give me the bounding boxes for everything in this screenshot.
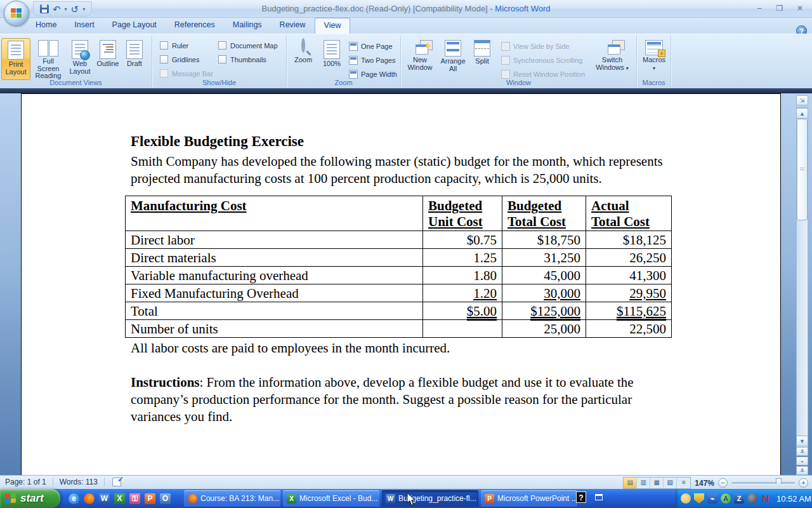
macros-dropdown-icon: ▾ [653,65,655,71]
tab-mailings[interactable]: Mailings [224,18,271,34]
excel-icon[interactable]: X [114,493,125,504]
minimize-button[interactable]: – [752,3,766,13]
shield-icon[interactable] [694,493,704,504]
draft-button[interactable]: Draft [122,38,147,80]
zoom-level[interactable]: 147% [695,479,714,488]
key-icon[interactable]: ⚿ [129,493,140,504]
desktop: ↶ ▾ ↺ ▾ Budgeting_practice-flex.doc (Rea… [0,0,812,508]
ribbon: PrintLayout Full ScreenReading WebLayout… [0,34,812,88]
previous-page-icon[interactable]: ≛ [796,447,808,456]
tab-review[interactable]: Review [271,18,315,34]
view-print-layout-icon[interactable]: ▤ [624,478,637,488]
tab-view[interactable]: View [315,18,351,34]
view-outline-icon[interactable]: ▧ [664,478,677,488]
z-icon[interactable]: Z [734,493,744,504]
header-actual-total-cost: Total Cost [591,214,650,229]
header-budgeted-unit-cost: Unit Cost [428,214,483,229]
draft-icon [126,40,143,59]
taskbar-window-icon[interactable] [595,494,603,500]
arrange-all-icon [445,40,461,57]
task-powerpoint[interactable]: P Microsoft PowerPoint ... [481,490,577,507]
table-row: Direct labor $0.75 $18,750 $18,125 [126,231,672,249]
arrange-all-button[interactable]: ArrangeAll [438,38,468,80]
switch-windows-button[interactable]: SwitchWindows ▾ [594,38,631,80]
outline-button[interactable]: Outline [95,38,121,80]
restore-button[interactable]: ❒ [773,3,787,13]
task-word-active[interactable]: W Budgeting_practice-fl... [382,490,478,507]
document-page[interactable]: Flexible Budgeting Exercise Smith Compan… [21,93,781,475]
next-page-icon[interactable]: ≚ [796,466,808,475]
excel-icon: X [287,494,296,504]
zoom-100-icon [324,40,340,59]
tab-insert[interactable]: Insert [65,18,103,34]
macros-button[interactable]: ≡ Macros▾ [639,38,669,80]
zoom-button[interactable]: Zoom [289,38,317,80]
row-unit-cost: 1.25 [423,249,502,267]
title-bar: ↶ ▾ ↺ ▾ Budgeting_practice-flex.doc (Rea… [0,0,812,18]
group-caption-show-hide: Show/Hide [152,79,286,86]
table-row-total: Total $5.00 $125,000 $115,625 [126,302,672,320]
new-window-button[interactable]: ✦ NewWindow [405,38,435,80]
row-name: Number of units [126,320,423,338]
tab-references[interactable]: References [166,18,224,34]
task-excel[interactable]: X Microsoft Excel - Bud... [283,490,379,507]
messenger-icon[interactable] [681,493,691,504]
table-row: Direct materials 1.25 31,250 26,250 [126,249,672,267]
doc-instructions: Instructions: From the information above… [131,374,676,425]
taskbar-help-icon[interactable]: ? [576,491,586,503]
doc-paragraph: Smith Company has developed the followin… [131,153,671,187]
thumbnails-checkbox[interactable]: Thumbnails [218,55,266,64]
ie-icon[interactable]: e [69,493,79,504]
view-draft-icon[interactable]: ≡ [677,478,690,488]
n-icon[interactable]: N [761,493,771,504]
row-budgeted-total: 31,250 [502,249,586,267]
group-caption-document-views: Document Views [0,79,152,86]
start-button[interactable]: start [0,489,60,508]
proofing-status-icon[interactable]: ✓ [111,478,122,486]
new-window-icon: ✦ [410,40,429,55]
zoom-100-button[interactable]: 100% [318,38,345,80]
full-screen-reading-button[interactable]: Full ScreenReading [32,38,65,80]
split-button[interactable]: Split [469,38,495,80]
clock[interactable]: 10:52 AM [776,494,811,504]
close-button[interactable]: ✕ [793,3,807,13]
document-map-checkbox[interactable]: Document Map [218,41,278,50]
word-count[interactable]: Words: 113 [60,478,98,486]
row-budgeted-total: $125,000 [530,304,580,321]
word-icon[interactable]: W [99,493,110,504]
task-firefox-course[interactable]: Course: BA 213: Man... [184,490,280,507]
volume-icon[interactable] [747,493,757,504]
row-unit-cost: 1.20 [473,286,497,301]
tab-home[interactable]: Home [27,18,65,34]
powerpoint-icon[interactable]: P [145,493,155,504]
web-layout-button[interactable]: WebLayout [66,38,94,80]
vertical-scrollbar[interactable]: ⇲ ▲ ▼ ≛ • ≚ [796,93,808,475]
firefox-icon[interactable] [84,493,95,504]
zoom-slider-thumb[interactable] [776,478,782,487]
scrollbar-thumb[interactable] [797,119,808,220]
tab-page-layout[interactable]: Page Layout [103,18,166,34]
select-browse-object-icon[interactable]: • [796,457,808,465]
one-page-button[interactable]: One Page [349,40,393,53]
office-button[interactable] [4,1,29,26]
view-full-screen-icon[interactable]: ▥ [637,478,650,488]
two-pages-button[interactable]: Two Pages [349,54,395,67]
zoom-in-icon[interactable]: + [799,478,808,488]
scroll-down-icon[interactable]: ▼ [796,436,808,446]
zoom-out-icon[interactable]: − [718,478,728,488]
tool-icon[interactable]: ⌁ [707,493,717,504]
ruler-checkbox[interactable]: Ruler [160,41,188,50]
green-a-icon[interactable]: A [721,493,731,504]
print-layout-button[interactable]: PrintLayout [1,38,30,80]
ruler-toggle-icon[interactable]: ⇲ [796,95,808,105]
office-logo-icon [11,8,22,18]
window-controls: – ❒ ✕ [752,3,807,13]
view-web-layout-icon[interactable]: ▦ [650,478,664,488]
zoom-slider[interactable] [731,482,795,484]
page-indicator[interactable]: Page: 1 of 1 [5,478,46,486]
row-name: Variable manufacturing overhead [126,267,423,284]
outlook-icon[interactable]: O [160,493,171,504]
switch-windows-dropdown-icon: ▾ [626,65,629,71]
gridlines-checkbox[interactable]: Gridlines [160,55,199,64]
scroll-up-icon[interactable]: ▲ [796,108,808,119]
